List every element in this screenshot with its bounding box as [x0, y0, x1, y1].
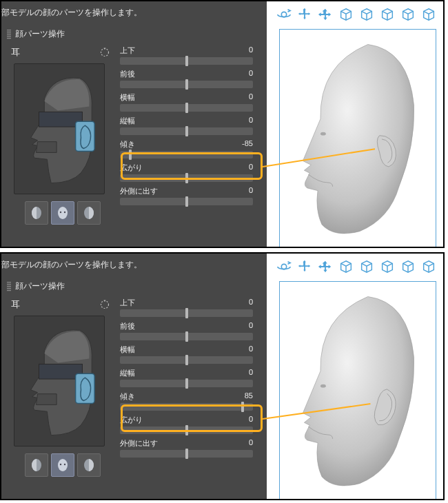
slider-広がり[interactable]: 広がり0: [120, 415, 258, 434]
slider-value: 0: [249, 45, 253, 56]
slider-thumb[interactable]: [185, 103, 188, 113]
cube3-icon[interactable]: [380, 7, 395, 23]
slider-label: 上下: [120, 298, 135, 308]
slider-thumb[interactable]: [185, 355, 188, 365]
cube3-icon[interactable]: [380, 259, 395, 276]
slider-track[interactable]: [120, 104, 253, 112]
part-name-label: 耳: [11, 46, 20, 59]
slider-track[interactable]: [120, 427, 253, 434]
slider-track[interactable]: [120, 81, 253, 88]
slider-label: 外側に出す: [120, 438, 158, 449]
slider-track[interactable]: [120, 309, 253, 317]
zoom-icon[interactable]: [318, 259, 333, 276]
view-front-button[interactable]: [51, 453, 74, 477]
slider-track[interactable]: [120, 127, 253, 135]
cube1-icon[interactable]: [338, 259, 354, 276]
slider-track[interactable]: [120, 403, 253, 411]
cube2-icon[interactable]: [359, 7, 374, 23]
slider-label: 傾き: [120, 139, 135, 150]
slider-前後[interactable]: 前後0: [120, 69, 258, 88]
reset-icon[interactable]: [99, 299, 110, 310]
svg-point-14: [58, 459, 68, 471]
slider-label: 横幅: [120, 345, 135, 355]
view-front-button[interactable]: [51, 201, 74, 225]
slider-label: 外側に出す: [120, 186, 158, 196]
slider-広がり[interactable]: 広がり0: [120, 163, 258, 182]
slider-外側に出す[interactable]: 外側に出す0: [120, 438, 258, 458]
slider-label: 縦幅: [120, 368, 135, 378]
cube2-icon[interactable]: [359, 259, 374, 276]
slider-value: 0: [249, 368, 253, 378]
slider-傾き[interactable]: 傾き-85: [120, 139, 258, 158]
cube5-icon[interactable]: [421, 259, 436, 276]
slider-value: 0: [249, 116, 253, 126]
slider-track[interactable]: [120, 198, 253, 205]
svg-point-5: [60, 212, 61, 213]
slider-上下[interactable]: 上下0: [120, 298, 258, 317]
pan-icon[interactable]: [297, 259, 312, 276]
slider-value: 0: [249, 321, 253, 331]
slider-value: 0: [249, 298, 253, 308]
slider-label: 前後: [120, 69, 135, 79]
slider-縦幅[interactable]: 縦幅0: [120, 368, 258, 387]
slider-value: 0: [249, 186, 253, 196]
slider-thumb[interactable]: [185, 449, 188, 459]
reset-icon[interactable]: [99, 47, 110, 58]
svg-point-16: [64, 464, 65, 465]
pan-icon[interactable]: [297, 7, 312, 23]
view-right-button[interactable]: [77, 453, 101, 477]
orbit-icon[interactable]: [276, 7, 292, 23]
zoom-icon[interactable]: [318, 7, 333, 23]
slider-value: 0: [249, 69, 253, 79]
slider-前後[interactable]: 前後0: [120, 321, 258, 340]
slider-track[interactable]: [120, 57, 253, 65]
slider-横幅[interactable]: 横幅0: [120, 92, 258, 112]
slider-thumb[interactable]: [185, 308, 188, 318]
slider-track[interactable]: [120, 380, 253, 387]
slider-外側に出す[interactable]: 外側に出す0: [120, 186, 258, 205]
svg-point-8: [281, 12, 286, 17]
slider-thumb[interactable]: [185, 126, 188, 136]
slider-thumb[interactable]: [185, 425, 188, 435]
slider-track[interactable]: [120, 333, 253, 340]
cube5-icon[interactable]: [421, 7, 436, 23]
cube1-icon[interactable]: [338, 7, 354, 23]
slider-thumb[interactable]: [185, 56, 188, 66]
slider-thumb[interactable]: [185, 378, 188, 389]
orbit-icon[interactable]: [276, 259, 292, 276]
slider-thumb[interactable]: [185, 196, 188, 207]
viewport-3d[interactable]: [279, 29, 436, 248]
view-left-button[interactable]: [25, 201, 48, 225]
viewport-panel: [267, 1, 443, 247]
face-diagram[interactable]: [14, 63, 105, 194]
view-right-button[interactable]: [77, 201, 101, 225]
slider-thumb[interactable]: [185, 173, 188, 183]
slider-thumb[interactable]: [185, 79, 188, 90]
svg-point-9: [320, 132, 326, 136]
slider-label: 広がり: [120, 415, 143, 425]
svg-point-10: [101, 301, 109, 309]
slider-横幅[interactable]: 横幅0: [120, 345, 258, 364]
svg-point-4: [58, 207, 68, 219]
slider-thumb[interactable]: [185, 331, 188, 342]
slider-上下[interactable]: 上下0: [120, 45, 258, 65]
cube4-icon[interactable]: [400, 7, 416, 23]
cube4-icon[interactable]: [400, 259, 416, 276]
slider-縦幅[interactable]: 縦幅0: [120, 116, 258, 135]
viewport-panel: [267, 254, 443, 499]
slider-track[interactable]: [120, 356, 253, 364]
settings-panel: 部モデルの顔のパーツを操作します。 顔パーツ操作 耳: [1, 254, 267, 499]
slider-thumb[interactable]: [241, 402, 244, 412]
panel-description: 部モデルの顔のパーツを操作します。: [1, 1, 267, 25]
slider-track[interactable]: [120, 151, 253, 158]
view-left-button[interactable]: [25, 453, 48, 477]
section-header: 顔パーツ操作: [1, 25, 267, 43]
slider-thumb[interactable]: [129, 150, 132, 160]
face-diagram[interactable]: [14, 316, 105, 446]
slider-label: 縦幅: [120, 116, 135, 126]
slider-track[interactable]: [120, 174, 253, 182]
viewport-3d[interactable]: [279, 281, 436, 500]
slider-track[interactable]: [120, 450, 253, 458]
drag-grip-icon: [7, 282, 11, 291]
slider-傾き[interactable]: 傾き85: [120, 391, 258, 411]
